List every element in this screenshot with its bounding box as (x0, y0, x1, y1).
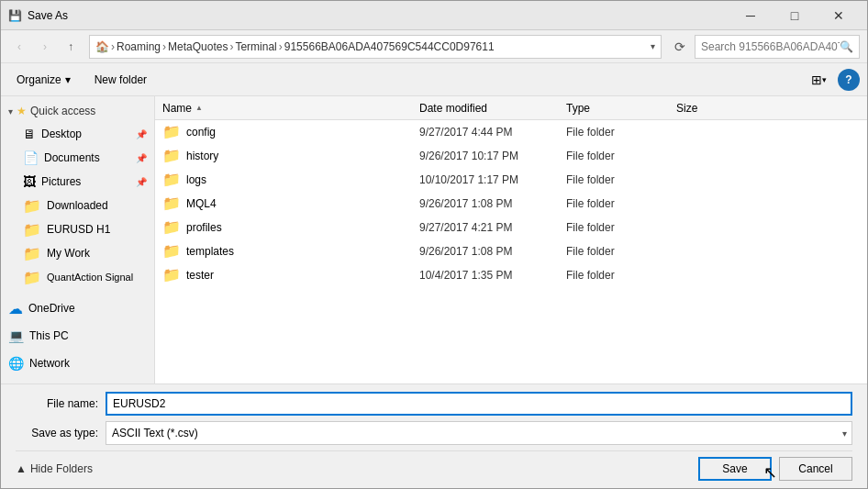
sidebar-item-desktop[interactable]: 🖥 Desktop 📌 (1, 122, 154, 146)
view-button[interactable]: ⊞ ▾ (807, 68, 830, 92)
file-name-cell: 📁 logs (162, 171, 419, 188)
file-type-cell: File folder (566, 221, 676, 234)
column-type[interactable]: Type (566, 102, 676, 115)
column-type-label: Type (566, 102, 590, 115)
file-name-cell: 📁 MQL4 (162, 194, 419, 212)
desktop-icon: 🖥 (23, 127, 36, 141)
sidebar-item-quantaction[interactable]: 📁 QuantAction Signal (1, 265, 154, 289)
close-button[interactable]: ✕ (818, 2, 860, 29)
breadcrumb-dropdown-icon[interactable]: ▾ (651, 41, 655, 51)
minimize-button[interactable]: ─ (729, 2, 772, 29)
file-name-cell: 📁 config (162, 123, 419, 140)
cancel-button[interactable]: Cancel (779, 457, 852, 481)
sidebar-item-network-label: Network (29, 357, 70, 370)
folder-icon: 📁 (162, 147, 181, 164)
folder-icon: 📁 (162, 266, 181, 283)
network-icon: 🌐 (8, 356, 24, 371)
table-row[interactable]: 📁 profiles 9/27/2017 4:21 PM File folder (155, 216, 867, 239)
sidebar-item-thispc[interactable]: 💻 This PC (1, 324, 154, 348)
table-row[interactable]: 📁 MQL4 9/26/2017 1:08 PM File folder (155, 192, 867, 216)
sidebar-item-downloaded[interactable]: 📁 Downloaded (1, 194, 154, 217)
sidebar-item-mywork-label: My Work (47, 247, 90, 260)
pin-icon-desktop: 📌 (136, 129, 147, 139)
breadcrumb-metaquotes: MetaQuotes (168, 40, 228, 53)
save-as-type-label: Save as type: (16, 427, 98, 439)
save-button[interactable]: Save ↖ (698, 457, 772, 481)
action-bar: Organize ▾ New folder ⊞ ▾ ? (1, 63, 867, 96)
quick-access-header[interactable]: ▾ ★ Quick access (1, 100, 154, 122)
column-date[interactable]: Date modified (419, 102, 566, 115)
back-button[interactable]: ‹ (8, 36, 30, 58)
organize-arrow-icon: ▾ (65, 73, 71, 86)
search-icon: 🔍 (840, 40, 853, 53)
organize-label: Organize (17, 73, 61, 86)
file-name-text: MQL4 (186, 197, 217, 210)
folder-icon: 📁 (162, 123, 181, 140)
new-folder-button[interactable]: New folder (86, 68, 155, 92)
hide-folders-button[interactable]: ▲ Hide Folders (16, 462, 93, 475)
sidebar-item-documents-label: Documents (44, 151, 100, 164)
table-row[interactable]: 📁 templates 9/26/2017 1:08 PM File folde… (155, 239, 867, 263)
sidebar-item-mywork[interactable]: 📁 My Work (1, 241, 154, 265)
sidebar-item-thispc-label: This PC (29, 329, 69, 342)
column-name-label: Name (162, 102, 192, 115)
folder-icon: 📁 (162, 218, 181, 236)
column-size[interactable]: Size (676, 102, 750, 115)
sidebar-item-network[interactable]: 🌐 Network (1, 351, 154, 375)
search-input[interactable] (701, 40, 840, 53)
documents-icon: 📄 (23, 150, 39, 165)
up-button[interactable]: ↑ (60, 36, 82, 58)
file-date-cell: 9/26/2017 10:17 PM (419, 150, 566, 162)
pin-icon-documents: 📌 (136, 153, 147, 163)
sidebar-item-quantaction-label: QuantAction Signal (47, 272, 133, 283)
sidebar-item-pictures[interactable]: 🖼 Pictures 📌 (1, 170, 154, 194)
file-name-cell: 📁 profiles (162, 218, 419, 236)
help-button[interactable]: ? (838, 69, 860, 91)
forward-button[interactable]: › (34, 36, 56, 58)
sidebar-item-pictures-label: Pictures (41, 175, 81, 188)
file-name-input[interactable] (106, 392, 852, 416)
table-row[interactable]: 📁 history 9/26/2017 10:17 PM File folder (155, 144, 867, 168)
breadcrumb[interactable]: 🏠 › Roaming › MetaQuotes › Terminal › 91… (89, 35, 662, 59)
save-as-type-select[interactable]: ASCII Text (*.csv) CSV (*.csv) Excel (*.… (106, 421, 852, 445)
sort-icon: ▲ (195, 104, 203, 112)
organize-button[interactable]: Organize ▾ (8, 68, 79, 92)
hide-folders-icon: ▲ (16, 462, 27, 475)
folder-icon: 📁 (162, 242, 181, 260)
file-name-cell: 📁 templates (162, 242, 419, 260)
thispc-icon: 💻 (8, 328, 24, 343)
sidebar-item-onedrive[interactable]: ☁ OneDrive (1, 296, 154, 320)
breadcrumb-home-icon: 🏠 (95, 40, 109, 53)
onedrive-icon: ☁ (8, 300, 23, 317)
dialog-buttons: Save ↖ Cancel (698, 457, 852, 481)
column-size-label: Size (676, 102, 697, 115)
sidebar-item-documents[interactable]: 📄 Documents 📌 (1, 146, 154, 170)
table-row[interactable]: 📁 config 9/27/2017 4:44 PM File folder (155, 120, 867, 144)
title-bar-icon: 💾 (8, 9, 22, 22)
file-name-label: File name: (16, 397, 98, 410)
search-box[interactable]: 🔍 (695, 35, 860, 59)
table-row[interactable]: 📁 tester 10/4/2017 1:35 PM File folder (155, 263, 867, 287)
quick-access-chevron: ▾ (8, 106, 13, 117)
sidebar: ▾ ★ Quick access 🖥 Desktop 📌 📄 Documents… (1, 96, 155, 383)
file-date-cell: 9/27/2017 4:21 PM (419, 221, 566, 234)
file-date-cell: 9/26/2017 1:08 PM (419, 197, 566, 210)
sidebar-item-downloaded-label: Downloaded (47, 199, 108, 212)
bottom-area: File name: Save as type: ASCII Text (*.c… (1, 383, 867, 488)
refresh-button[interactable]: ⟳ (669, 36, 691, 58)
quick-access-label: Quick access (30, 105, 95, 117)
pictures-icon: 🖼 (23, 174, 36, 189)
hide-folders-label: Hide Folders (30, 462, 93, 475)
file-name-cell: 📁 history (162, 147, 419, 164)
file-type-cell: File folder (566, 150, 676, 162)
file-type-cell: File folder (566, 245, 676, 258)
sidebar-item-eurusd[interactable]: 📁 EURUSD H1 (1, 217, 154, 241)
file-list-header: Name ▲ Date modified Type Size (155, 96, 867, 120)
maximize-button[interactable]: □ (773, 2, 816, 29)
eurusd-folder-icon: 📁 (23, 221, 41, 239)
file-type-cell: File folder (566, 197, 676, 210)
quantaction-folder-icon: 📁 (23, 269, 41, 286)
breadcrumb-terminal: Terminal (235, 40, 276, 53)
column-name[interactable]: Name ▲ (162, 102, 419, 115)
table-row[interactable]: 📁 logs 10/10/2017 1:17 PM File folder (155, 168, 867, 192)
